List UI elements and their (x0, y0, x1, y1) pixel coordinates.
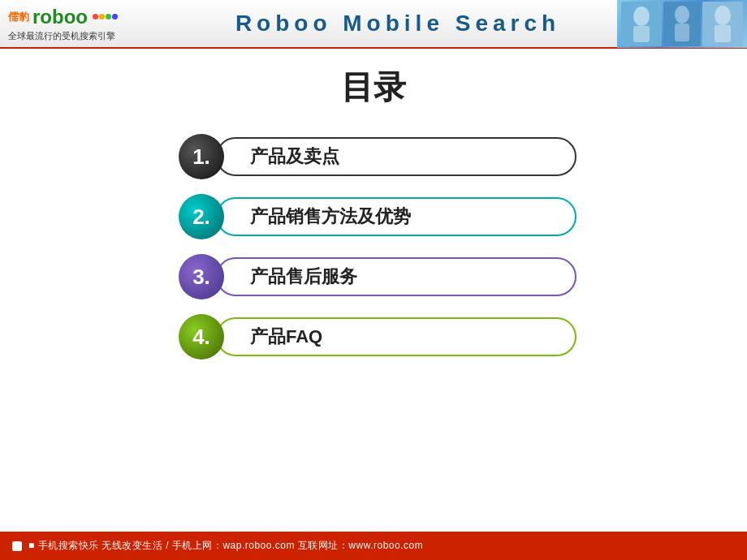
tagline: 全球最流行的受机搜索引擎 (8, 30, 115, 42)
menu-item-1[interactable]: 1. 产品及卖点 (171, 134, 576, 179)
menu-label-3: 产品售后服务 (216, 257, 576, 296)
dot-red (93, 14, 98, 19)
menu-item-2[interactable]: 2. 产品销售方法及优势 (171, 194, 576, 239)
header-title: Roboo Mobile Search (235, 11, 560, 37)
svg-rect-4 (633, 26, 650, 42)
page-title: 目录 (341, 65, 406, 110)
badge-4: 4. (179, 314, 224, 360)
menu-label-4: 产品FAQ (216, 317, 576, 356)
brand-chinese: 儒豹 (8, 10, 29, 24)
header-photo-collage (621, 2, 743, 46)
footer-icon (12, 541, 22, 551)
logo-dots (93, 14, 118, 19)
badge-2: 2. (179, 194, 224, 239)
menu-label-1: 产品及卖点 (216, 137, 576, 176)
badge-3: 3. (179, 254, 224, 299)
dot-blue (112, 14, 118, 19)
svg-point-7 (715, 6, 731, 25)
menu-list: 1. 产品及卖点 2. 产品销售方法及优势 3. 产品售后服务 (171, 134, 576, 360)
menu-item-3[interactable]: 3. 产品售后服务 (171, 254, 576, 299)
menu-label-2: 产品销售方法及优势 (216, 197, 576, 236)
footer: ■ 手机搜索快乐 无线改变生活 / 手机上网：wap.roboo.com 互联网… (0, 532, 747, 560)
logo: 儒豹 roboo (8, 6, 118, 28)
svg-point-3 (633, 6, 650, 26)
logo-area: 儒豹 roboo 全球最流行的受机搜索引擎 (0, 6, 179, 42)
header: 儒豹 roboo 全球最流行的受机搜索引擎 Roboo Mobile Searc… (0, 0, 747, 49)
header-decorative-images (617, 0, 747, 48)
svg-rect-8 (715, 25, 731, 42)
main-content: 目录 1. 产品及卖点 2. 产品销售方法及优势 3. (0, 49, 747, 532)
menu-item-4[interactable]: 4. 产品FAQ (171, 314, 576, 360)
footer-text: ■ 手机搜索快乐 无线改变生活 / 手机上网：wap.roboo.com 互联网… (28, 539, 423, 553)
svg-rect-6 (675, 24, 689, 41)
header-title-area: Roboo Mobile Search (179, 11, 617, 37)
badge-1: 1. (179, 134, 224, 179)
dot-orange (99, 14, 105, 19)
svg-point-5 (675, 6, 689, 24)
roboo-logo-text: roboo (32, 6, 88, 28)
dot-green (106, 14, 111, 19)
